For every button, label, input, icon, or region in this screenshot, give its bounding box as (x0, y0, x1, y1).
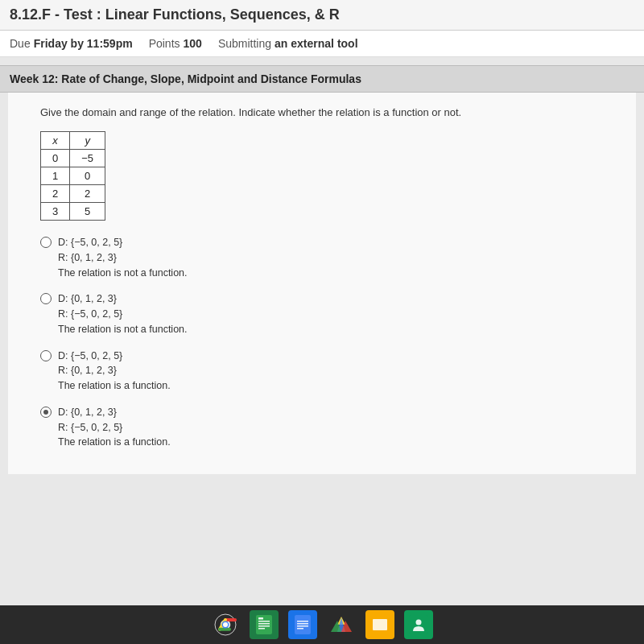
range-line: R: {−5, 0, 2, 5} (58, 420, 171, 436)
range-line: R: {0, 1, 2, 3} (58, 250, 188, 266)
table-cell-2-1: 2 (70, 185, 105, 203)
svg-rect-11 (297, 621, 308, 622)
svg-rect-7 (258, 625, 270, 627)
table-row: 22 (41, 185, 105, 203)
option-text-c: D: {−5, 0, 2, 5}R: {0, 1, 2, 3}The relat… (58, 349, 171, 394)
table-cell-0-0: 0 (41, 150, 70, 167)
function-statement: The relation is a function. (58, 435, 171, 450)
option-c[interactable]: D: {−5, 0, 2, 5}R: {0, 1, 2, 3}The relat… (40, 349, 620, 394)
option-a[interactable]: D: {−5, 0, 2, 5}R: {0, 1, 2, 3}The relat… (40, 235, 620, 280)
points-value: 100 (184, 37, 202, 50)
range-line: R: {−5, 0, 2, 5} (58, 307, 188, 322)
table-cell-3-1: 5 (70, 203, 105, 221)
points-item: Points 100 (149, 37, 202, 50)
range-line: R: {0, 1, 2, 3} (58, 363, 171, 378)
table-cell-1-1: 0 (70, 167, 105, 185)
radio-b[interactable] (40, 293, 52, 304)
svg-rect-23 (373, 619, 387, 630)
table-row: 35 (41, 203, 105, 221)
radio-a[interactable] (40, 237, 52, 248)
chrome-icon[interactable] (211, 610, 240, 639)
radio-c[interactable] (40, 350, 52, 361)
option-text-b: D: {0, 1, 2, 3}R: {−5, 0, 2, 5}The relat… (58, 291, 188, 336)
submitting-value: an external tool (275, 37, 357, 50)
points-label: Points (149, 37, 180, 50)
svg-rect-12 (297, 623, 308, 625)
classroom-icon[interactable] (404, 610, 433, 639)
table-cell-0-1: −5 (70, 150, 105, 167)
due-value: Friday by 11:59pm (34, 37, 133, 50)
table-cell-1-0: 1 (41, 167, 70, 185)
submitting-item: Submitting an external tool (218, 37, 358, 50)
function-statement: The relation is a function. (58, 378, 171, 394)
svg-rect-10 (295, 615, 311, 634)
options-list: D: {−5, 0, 2, 5}R: {0, 1, 2, 3}The relat… (40, 235, 620, 450)
domain-line: D: {0, 1, 2, 3} (58, 291, 188, 307)
table-row: 10 (41, 167, 105, 185)
table-cell-2-0: 2 (41, 185, 70, 203)
option-d[interactable]: D: {0, 1, 2, 3}R: {−5, 0, 2, 5}The relat… (40, 405, 620, 450)
svg-point-25 (416, 620, 422, 625)
svg-rect-14 (297, 628, 303, 630)
page-title: 8.12.F - Test : Linear Functions, Sequen… (0, 0, 644, 31)
function-statement: The relation is not a function. (58, 266, 188, 281)
content-area: Give the domain and range of the relatio… (8, 93, 636, 474)
svg-rect-13 (297, 625, 308, 627)
question-text: Give the domain and range of the relatio… (40, 105, 620, 120)
due-item: Due Friday by 11:59pm (10, 37, 133, 50)
domain-line: D: {−5, 0, 2, 5} (58, 349, 171, 364)
meta-bar: Due Friday by 11:59pm Points 100 Submitt… (0, 31, 644, 57)
table-cell-3-0: 3 (41, 203, 70, 221)
option-b[interactable]: D: {0, 1, 2, 3}R: {−5, 0, 2, 5}The relat… (40, 291, 620, 336)
taskbar (0, 605, 644, 644)
due-label: Due (10, 37, 31, 50)
svg-rect-8 (258, 628, 265, 630)
table-row: 0−5 (41, 150, 105, 167)
svg-rect-9 (258, 617, 263, 620)
option-text-d: D: {0, 1, 2, 3}R: {−5, 0, 2, 5}The relat… (58, 405, 171, 450)
submitting-label: Submitting (218, 37, 271, 50)
table-header-y: y (70, 132, 105, 150)
table-header-x: x (41, 132, 70, 150)
domain-line: D: {0, 1, 2, 3} (58, 405, 171, 420)
svg-rect-6 (258, 623, 270, 625)
drive-icon[interactable] (327, 610, 356, 639)
slides-icon[interactable] (365, 610, 394, 639)
relation-table: x y 0−5102235 (40, 131, 105, 221)
radio-d[interactable] (40, 407, 52, 418)
function-statement: The relation is not a function. (58, 322, 188, 337)
option-text-a: D: {−5, 0, 2, 5}R: {0, 1, 2, 3}The relat… (58, 235, 188, 280)
svg-rect-5 (258, 621, 270, 622)
svg-point-3 (223, 622, 228, 627)
domain-line: D: {−5, 0, 2, 5} (58, 235, 188, 250)
docs-icon[interactable] (288, 610, 317, 639)
section-title: Week 12: Rate of Change, Slope, Midpoint… (0, 65, 644, 93)
sheets-icon[interactable] (250, 610, 279, 639)
